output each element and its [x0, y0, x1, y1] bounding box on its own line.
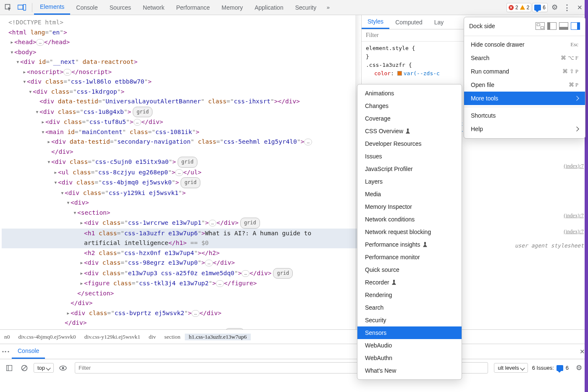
- submenu-item-javascript-profiler[interactable]: JavaScript Profiler: [357, 163, 462, 175]
- submenu-item-what-s-new[interactable]: What's New: [357, 364, 462, 377]
- live-expression-icon[interactable]: [57, 362, 69, 374]
- expand-toggle-icon[interactable]: [10, 37, 14, 47]
- panel-tab-memory[interactable]: Memory: [216, 0, 249, 15]
- dom-node[interactable]: <h1 class="css-1a3uzfr e13w7up6">What is…: [2, 229, 361, 239]
- ellipsis-icon[interactable]: …: [63, 69, 71, 76]
- dom-node[interactable]: </div>: [2, 147, 361, 157]
- submenu-item-performance-monitor[interactable]: Performance monitor: [357, 251, 462, 263]
- styles-tab-styles[interactable]: Styles: [362, 15, 389, 29]
- ellipsis-icon[interactable]: …: [216, 280, 224, 287]
- dom-node[interactable]: <div data-testid="UniversalLayoutAlertBa…: [2, 97, 361, 107]
- submenu-item-recorder[interactable]: Recorder: [357, 276, 462, 289]
- submenu-item-sensors[interactable]: Sensors: [357, 326, 462, 339]
- expand-toggle-icon[interactable]: [60, 188, 65, 198]
- ellipsis-icon[interactable]: …: [192, 310, 200, 317]
- grid-badge[interactable]: grid: [133, 107, 152, 118]
- breadcrumb-item[interactable]: div.css-4bjmq0.ej5wsvk0: [14, 334, 80, 340]
- panel-tab-network[interactable]: Network: [137, 0, 170, 15]
- dom-node[interactable]: <main id="mainContent" class="css-1081ik…: [2, 127, 361, 137]
- dom-node[interactable]: <div id="__next" data-reactroot>: [2, 57, 361, 67]
- grid-badge[interactable]: grid: [225, 328, 244, 330]
- expand-toggle-icon[interactable]: [60, 329, 65, 330]
- elements-dom-tree[interactable]: <!DOCTYPE html><html lang="en"><head>…</…: [0, 15, 361, 329]
- submenu-item-memory-inspector[interactable]: Memory Inspector: [357, 200, 462, 213]
- panel-tab-console[interactable]: Console: [70, 0, 103, 15]
- menu-item-help[interactable]: Help: [464, 122, 585, 136]
- dom-node[interactable]: <div>: [2, 198, 361, 208]
- menu-item-hide-console-drawer[interactable]: Hide console drawerEsc: [464, 38, 585, 51]
- dom-node[interactable]: <div class="css-c5ujn0 e15itx9a0">grid: [2, 157, 361, 168]
- issues-link[interactable]: 6 Issues: 6: [532, 365, 569, 371]
- menu-item-more-tools[interactable]: More tools: [464, 92, 585, 105]
- breadcrumb-item[interactable]: h1.css-1a3uzfr.e13w7up6: [185, 334, 251, 340]
- submenu-item-search[interactable]: Search: [357, 301, 462, 314]
- dom-node[interactable]: </section>: [2, 289, 361, 299]
- submenu-item-issues[interactable]: Issues: [357, 150, 462, 163]
- expand-toggle-icon[interactable]: [80, 258, 84, 268]
- submenu-item-performance-insights[interactable]: Performance insights: [357, 238, 462, 251]
- breadcrumb-item[interactable]: n0: [0, 334, 14, 340]
- submenu-item-css-overview[interactable]: CSS Overview: [357, 125, 462, 137]
- dom-node[interactable]: </div>: [2, 298, 361, 308]
- dom-node[interactable]: <div class="css-4bjmq0 ej5wsvk0">grid: [2, 177, 361, 188]
- panel-tab-application[interactable]: Application: [249, 0, 289, 15]
- dom-node[interactable]: <div class="css-18562gg e1k4zq0k0">…</di…: [2, 328, 361, 330]
- dom-node[interactable]: <div class="css-1u8g4xb">grid: [2, 107, 361, 118]
- panel-tab-security[interactable]: Security: [289, 0, 323, 15]
- dom-node[interactable]: artificial intelligence</h1> == $0: [2, 238, 361, 248]
- submenu-item-network-request-blocking[interactable]: Network request blocking: [357, 226, 462, 238]
- expand-toggle-icon[interactable]: [47, 137, 51, 147]
- drawer-menu-icon[interactable]: [0, 346, 12, 358]
- console-sidebar-toggle-icon[interactable]: [3, 362, 15, 374]
- dom-node[interactable]: <ul class="css-8czjyu eg268ep0">…</ul>: [2, 168, 361, 178]
- grid-badge[interactable]: grid: [181, 177, 200, 188]
- close-devtools-icon[interactable]: [574, 2, 585, 13]
- more-tabs-button[interactable]: »: [322, 2, 334, 13]
- clear-console-icon[interactable]: [18, 362, 30, 374]
- submenu-item-developer-resources[interactable]: Developer Resources: [357, 137, 462, 150]
- styles-tab-lay[interactable]: Lay: [428, 15, 450, 29]
- panel-tab-sources[interactable]: Sources: [104, 0, 137, 15]
- expand-toggle-icon[interactable]: [29, 87, 33, 97]
- expand-toggle-icon[interactable]: [80, 279, 84, 289]
- expand-toggle-icon[interactable]: [35, 107, 39, 117]
- expand-toggle-icon[interactable]: [66, 198, 71, 208]
- menu-item-search[interactable]: Search⌘ ⌥ F: [464, 51, 585, 65]
- dom-node[interactable]: <div class="css-1wrcrwe e13w7up1">…</div…: [2, 218, 361, 229]
- breadcrumb-item[interactable]: div: [144, 334, 160, 340]
- ellipsis-icon[interactable]: …: [242, 270, 249, 277]
- dom-node[interactable]: <body>: [2, 47, 361, 58]
- submenu-item-security[interactable]: Security: [357, 314, 462, 326]
- main-menu-icon[interactable]: [561, 2, 573, 13]
- panel-tab-performance[interactable]: Performance: [170, 0, 215, 15]
- ellipsis-icon[interactable]: …: [134, 119, 142, 126]
- dom-node[interactable]: <div class="css-1wl86lo etbb8w70">: [2, 77, 361, 87]
- expand-toggle-icon[interactable]: [41, 117, 45, 127]
- ellipsis-icon[interactable]: …: [175, 169, 183, 176]
- menu-item-shortcuts[interactable]: Shortcuts: [464, 109, 585, 122]
- error-warning-counter[interactable]: ✕2 2: [507, 3, 531, 12]
- submenu-item-media[interactable]: Media: [357, 188, 462, 200]
- device-toolbar-icon[interactable]: [16, 2, 28, 13]
- expand-toggle-icon[interactable]: [66, 308, 71, 318]
- dom-node[interactable]: <div data-testid="secondary-navigation" …: [2, 137, 361, 147]
- dom-node[interactable]: <div class="css-98egrz e13w7up0">…</div>: [2, 258, 361, 268]
- log-levels-select[interactable]: ult levels: [494, 363, 528, 373]
- submenu-item-network-conditions[interactable]: Network conditions: [357, 213, 462, 226]
- dom-node[interactable]: <figure class="css-tkl3j4 e13w7up2">…</f…: [2, 279, 361, 289]
- menu-item-open-file[interactable]: Open file⌘ P: [464, 78, 585, 92]
- expand-toggle-icon[interactable]: [73, 208, 77, 218]
- dom-node[interactable]: <div class="css-1kdrgop">: [2, 87, 361, 97]
- expand-toggle-icon[interactable]: [23, 77, 27, 87]
- settings-icon[interactable]: [549, 2, 560, 13]
- console-settings-icon[interactable]: [573, 362, 585, 374]
- grid-badge[interactable]: grid: [178, 157, 197, 168]
- breadcrumb-item[interactable]: section: [160, 334, 184, 340]
- ellipsis-icon[interactable]: …: [209, 220, 217, 226]
- dom-node[interactable]: <div class="css-bvprtz ej5wsvk2">…</div>: [2, 308, 361, 318]
- dom-node[interactable]: <!DOCTYPE html>: [2, 18, 361, 28]
- dock-undock-icon[interactable]: [536, 22, 545, 30]
- console-tab[interactable]: Console: [12, 344, 45, 359]
- panel-tab-elements[interactable]: Elements: [34, 0, 70, 15]
- expand-toggle-icon[interactable]: [23, 67, 27, 77]
